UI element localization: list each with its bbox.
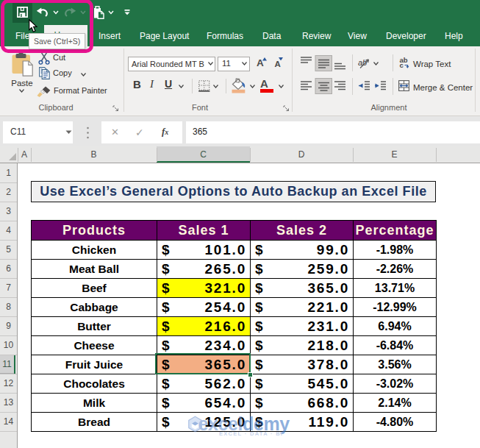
svg-text:c: c [400,61,404,68]
